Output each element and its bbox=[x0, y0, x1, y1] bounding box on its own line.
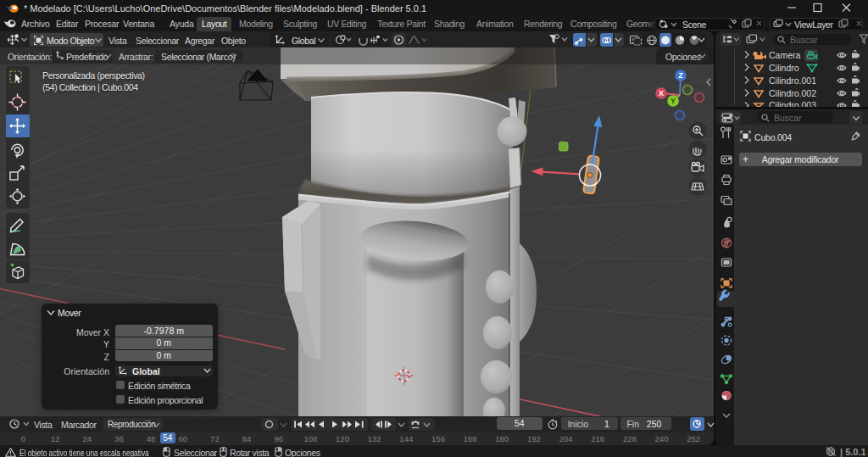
svg-text:X: X bbox=[659, 89, 664, 98]
svg-text:Z: Z bbox=[678, 71, 683, 80]
svg-text:Y: Y bbox=[670, 97, 676, 105]
